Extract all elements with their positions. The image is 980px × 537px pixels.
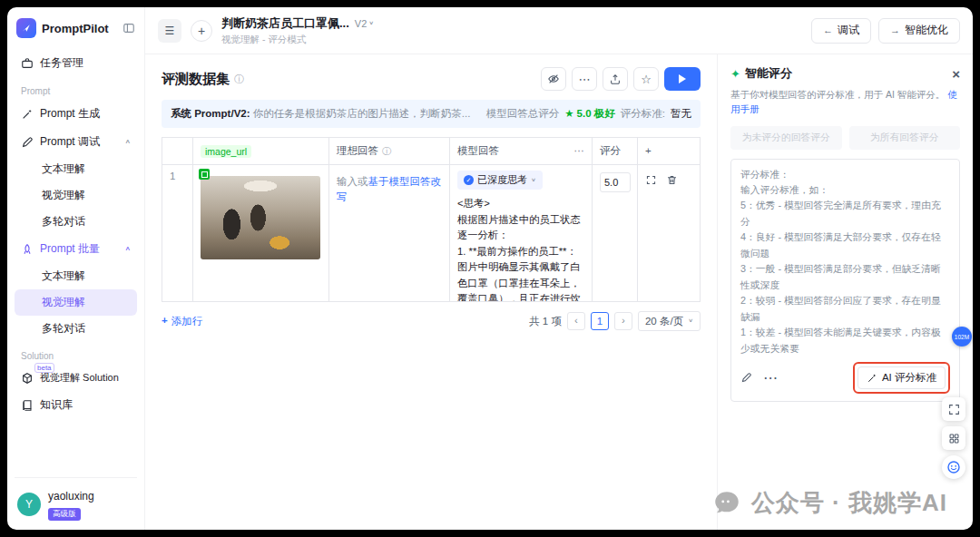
- system-prompt-bar[interactable]: 系统 Prompt/V2: 你的任务是根据奶茶店的图片描述，判断奶茶... 模型…: [162, 100, 701, 128]
- export-button[interactable]: [603, 67, 628, 91]
- column-image-url[interactable]: image_url: [193, 138, 329, 164]
- close-panel-icon[interactable]: [952, 67, 960, 81]
- annotation-highlight-box: AI 评分标准: [853, 362, 950, 394]
- sidebar-subitem-batch-vision[interactable]: 视觉理解: [15, 289, 137, 316]
- criteria-more-icon[interactable]: [763, 371, 778, 386]
- promptpilot-logo-icon: [16, 18, 36, 38]
- image-cell[interactable]: [193, 165, 329, 301]
- wand-icon: [21, 108, 34, 121]
- menu-icon[interactable]: [158, 19, 181, 43]
- book-icon: [21, 399, 34, 412]
- promo-badge[interactable]: 102M: [952, 327, 972, 347]
- prev-page-button[interactable]: [567, 312, 585, 330]
- column-score[interactable]: 评分: [593, 138, 638, 164]
- criteria-line: 1：较差 - 模型回答未能满足关键要求，内容极少或无关紧要: [740, 325, 950, 356]
- check-circle-icon: [464, 175, 474, 185]
- hide-columns-button[interactable]: [541, 67, 566, 91]
- total-score-value: 5.0 极好: [577, 107, 615, 121]
- sidebar-item-prompt-batch[interactable]: Prompt 批量: [15, 235, 137, 263]
- support-smiley-icon[interactable]: [942, 455, 965, 479]
- total-score-label: 模型回答总评分: [486, 107, 560, 121]
- add-column-button[interactable]: [638, 138, 700, 164]
- smart-scoring-panel: 智能评分 基于你对模型回答的评分标准，用于 AI 智能评分。 使用手册 为未评分…: [717, 54, 973, 530]
- sidebar-item-vision-solution[interactable]: beta 视觉理解 Solution: [15, 365, 137, 391]
- sidebar-item-knowledge-base[interactable]: 知识库: [15, 391, 137, 419]
- app-window: PromptPilot 任务管理 Prompt Prompt 生成 Prompt…: [7, 7, 973, 530]
- optimize-button-label: 智能优化: [905, 23, 948, 38]
- sidebar-item-prompt-debug[interactable]: Prompt 调试: [15, 128, 137, 156]
- beta-badge: beta: [34, 363, 54, 373]
- image-expand-icon[interactable]: [199, 169, 210, 180]
- column-model-answer[interactable]: 模型回答: [450, 138, 593, 164]
- fullscreen-icon[interactable]: [942, 397, 965, 421]
- row-index-cell: 1: [162, 165, 193, 301]
- score-all-button[interactable]: 为所有回答评分: [849, 126, 961, 150]
- sidebar-subitem-debug-text[interactable]: 文本理解: [15, 156, 137, 182]
- pencil-icon: [21, 136, 34, 149]
- criteria-line: 3：一般 - 模型回答满足部分要求，但缺乏清晰性或深度: [740, 261, 950, 293]
- criteria-textarea[interactable]: 评分标准： 输入评分标准，如： 5：优秀 - 模型回答完全满足所有要求，理由充分…: [730, 159, 960, 403]
- ideal-answer-header-label: 理想回答: [337, 144, 378, 158]
- expand-row-icon[interactable]: [645, 174, 657, 186]
- sidebar-item-label: 知识库: [40, 397, 73, 413]
- smart-optimize-button[interactable]: 智能优化: [878, 18, 960, 44]
- sidebar-subitem-debug-vision[interactable]: 视觉理解: [15, 182, 137, 209]
- dataset-title: 评测数据集: [162, 71, 230, 88]
- sidebar-collapse-icon[interactable]: [122, 22, 135, 34]
- sidebar-subitem-batch-text[interactable]: 文本理解: [15, 263, 137, 289]
- score-input[interactable]: [600, 172, 631, 192]
- row-image-thumbnail[interactable]: [201, 176, 320, 259]
- user-name: yaoluxing: [48, 490, 94, 503]
- system-prompt-label: 系统 Prompt/V2:: [171, 108, 250, 119]
- sidebar-item-task-management[interactable]: 任务管理: [15, 49, 137, 77]
- score-cell: [593, 165, 638, 301]
- run-button[interactable]: [664, 67, 701, 91]
- task-subtitle: 视觉理解 - 评分模式: [221, 34, 374, 46]
- ideal-answer-cell[interactable]: 输入或基于模型回答改写: [329, 165, 450, 301]
- sparkle-icon: [730, 68, 740, 80]
- criteria-label: 评分标准:: [621, 107, 665, 121]
- add-row-button[interactable]: 添加行: [162, 315, 202, 328]
- column-ideal-answer[interactable]: 理想回答: [329, 138, 450, 164]
- delete-row-icon[interactable]: [666, 174, 678, 186]
- app-title: PromptPilot: [42, 22, 117, 35]
- sidebar-item-label: Prompt 生成: [40, 106, 100, 122]
- page-1-button[interactable]: 1: [591, 312, 609, 330]
- more-actions-button[interactable]: [572, 67, 597, 91]
- dataset-table: image_url 理想回答 模型回答 评分 1: [162, 137, 701, 302]
- column-menu-icon[interactable]: [574, 146, 585, 157]
- plus-icon: [162, 316, 168, 327]
- version-label: V2: [355, 18, 367, 29]
- favorite-button[interactable]: [633, 67, 659, 91]
- sidebar-subitem-batch-multiturn[interactable]: 多轮对话: [15, 316, 137, 342]
- deep-thinking-label: 已深度思考: [477, 173, 527, 187]
- version-dropdown[interactable]: V2: [355, 18, 374, 29]
- debug-button[interactable]: 调试: [811, 18, 871, 44]
- user-account[interactable]: Y yaoluxing 高级版: [15, 477, 137, 522]
- plus-icon: [645, 146, 652, 157]
- arrow-left-icon: [823, 25, 833, 35]
- row-index-header: [162, 138, 193, 164]
- sidebar-item-prompt-generate[interactable]: Prompt 生成: [15, 100, 137, 128]
- score-unscored-button[interactable]: 为未评分的回答评分: [730, 126, 842, 150]
- model-answer-cell[interactable]: 已深度思考 <思考> 根据图片描述中的员工状态逐一分析： 1. **最前方操作的…: [450, 165, 593, 301]
- chevron-down-icon: [531, 177, 536, 184]
- page-size-label: 20 条/页: [645, 315, 683, 328]
- add-task-button[interactable]: [191, 20, 212, 42]
- cube-icon: [21, 372, 34, 385]
- edit-criteria-icon[interactable]: [740, 372, 752, 384]
- info-icon: [382, 147, 391, 156]
- ai-criteria-button[interactable]: AI 评分标准: [858, 366, 946, 389]
- watermark-text: 公众号 · 我姚学AI: [751, 487, 947, 519]
- speech-bubble-icon: [711, 488, 742, 519]
- apps-grid-icon[interactable]: [942, 426, 965, 450]
- table-header: image_url 理想回答 模型回答 评分: [162, 138, 700, 165]
- deep-thinking-toggle[interactable]: 已深度思考: [457, 171, 543, 190]
- sidebar-section-prompt: Prompt: [15, 77, 137, 100]
- sidebar-item-label: 视觉理解 Solution: [40, 371, 119, 385]
- page-size-select[interactable]: 20 条/页: [638, 311, 701, 331]
- chevron-down-icon: [368, 20, 374, 27]
- next-page-button[interactable]: [614, 312, 632, 330]
- logo-row: PromptPilot: [15, 16, 137, 49]
- sidebar-subitem-debug-multiturn[interactable]: 多轮对话: [15, 209, 137, 235]
